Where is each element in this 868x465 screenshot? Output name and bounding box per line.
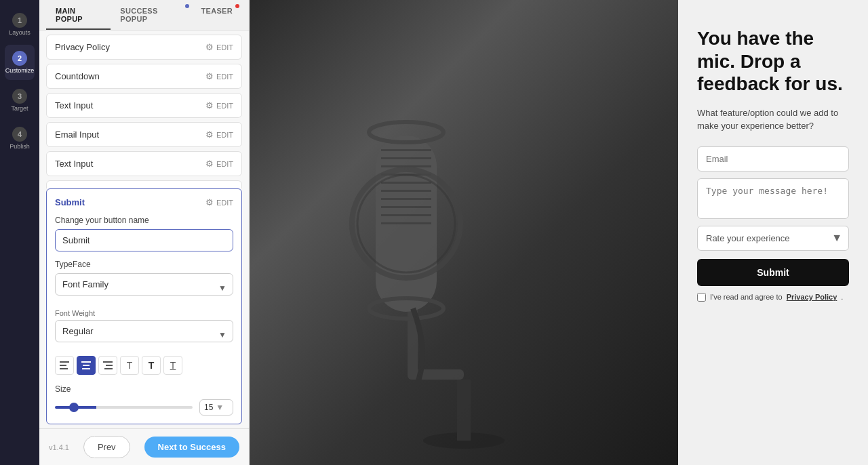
sidebar-nav: 1 Layouts 2 Customize 3 Target 4 Publish xyxy=(0,0,39,465)
version-label: v1.4.1 xyxy=(49,443,69,451)
bold-t-icon: T xyxy=(149,360,155,371)
right-panel: You have the mic. Drop a feedback for us… xyxy=(678,0,868,465)
popup-title: You have the mic. Drop a feedback for us… xyxy=(697,27,849,96)
svg-rect-21 xyxy=(381,206,431,208)
typeface-label: TypeFace xyxy=(55,260,233,269)
element-text-input-2[interactable]: Text Input ⚙ EDIT xyxy=(46,151,242,176)
element-text-input-1[interactable]: Text Input ⚙ EDIT xyxy=(46,93,242,118)
svg-rect-6 xyxy=(103,361,113,363)
bold-text-button[interactable]: T xyxy=(142,356,161,375)
align-left-button[interactable] xyxy=(55,356,74,375)
nav-num-1: 1 xyxy=(12,13,27,28)
sidebar-item-layouts[interactable]: 1 Layouts xyxy=(5,7,35,42)
popup-description: What feature/option could we add to make… xyxy=(697,106,849,133)
font-family-dropdown-wrapper: Font Family ▼ xyxy=(55,273,233,302)
align-center-button[interactable] xyxy=(77,356,96,375)
gear-icon: ⚙ xyxy=(205,42,214,52)
submit-panel-title: Submit xyxy=(55,197,85,207)
edit-text-input-2[interactable]: ⚙ EDIT xyxy=(205,159,233,169)
size-arrow-icon: ▼ xyxy=(216,403,224,412)
sidebar-item-target[interactable]: 3 Target xyxy=(5,83,35,118)
font-weight-label: Font Weight xyxy=(55,309,233,317)
font-weight-select[interactable]: Regular xyxy=(55,320,233,342)
edit-email-input[interactable]: ⚙ EDIT xyxy=(205,129,233,140)
size-section: Size 15 ▼ xyxy=(55,384,233,416)
popup-email-input[interactable] xyxy=(697,146,849,171)
svg-rect-23 xyxy=(381,222,431,224)
sidebar-item-publish[interactable]: 4 Publish xyxy=(5,121,35,156)
button-name-label: Change your button name xyxy=(55,216,233,225)
nav-num-3: 3 xyxy=(12,89,27,104)
gear-icon: ⚙ xyxy=(205,71,214,81)
svg-rect-22 xyxy=(381,214,431,216)
success-dot xyxy=(185,4,189,8)
gear-icon: ⚙ xyxy=(205,129,214,140)
next-button[interactable]: Next to Success xyxy=(144,437,239,458)
nav-label-customize: Customize xyxy=(5,67,35,74)
svg-rect-5 xyxy=(82,368,90,369)
align-right-button[interactable] xyxy=(98,356,117,375)
underline-text-button[interactable]: T xyxy=(163,356,182,375)
nav-label-layouts: Layouts xyxy=(9,29,31,36)
edit-text-input-1[interactable]: ⚙ EDIT xyxy=(205,100,233,110)
size-slider[interactable] xyxy=(55,406,193,409)
svg-rect-8 xyxy=(104,368,113,369)
size-value-wrapper: 15 ▼ xyxy=(199,399,233,416)
popup-rate-select[interactable]: Rate your experience xyxy=(697,226,849,251)
submit-edit-panel: Submit ⚙ EDIT Change your button name Ty… xyxy=(46,188,242,424)
svg-rect-1 xyxy=(60,365,66,366)
tab-main-popup[interactable]: MAIN POPUP xyxy=(46,0,111,30)
size-label: Size xyxy=(55,384,233,394)
edit-countdown[interactable]: ⚙ EDIT xyxy=(205,71,233,81)
bottom-bar: v1.4.1 Prev Next to Success xyxy=(39,428,249,465)
svg-rect-14 xyxy=(381,149,431,151)
svg-rect-20 xyxy=(381,198,431,200)
popup-submit-button[interactable]: Submit xyxy=(697,259,849,286)
popup-select-wrapper: Rate your experience ▼ xyxy=(697,226,849,251)
gear-icon: ⚙ xyxy=(205,100,214,110)
svg-rect-10 xyxy=(457,380,471,441)
teaser-dot xyxy=(235,4,239,8)
microphone-illustration xyxy=(342,0,586,465)
normal-text-button[interactable]: T xyxy=(120,356,139,375)
popup-message-input[interactable] xyxy=(697,178,849,219)
svg-rect-0 xyxy=(60,361,69,363)
font-weight-dropdown-wrapper: Regular ▼ xyxy=(55,320,233,349)
preview-area xyxy=(250,0,678,465)
element-privacy-policy[interactable]: Privacy Policy ⚙ EDIT xyxy=(46,35,242,60)
tab-teaser[interactable]: TEASER xyxy=(192,0,242,30)
privacy-period: . xyxy=(841,293,843,301)
underline-t-icon: T xyxy=(170,360,176,371)
nav-label-publish: Publish xyxy=(9,143,30,150)
nav-label-target: Target xyxy=(11,105,28,112)
svg-rect-4 xyxy=(83,365,90,366)
nav-num-2: 2 xyxy=(12,51,27,66)
size-value: 15 xyxy=(204,403,213,412)
privacy-checkbox[interactable] xyxy=(697,293,706,302)
font-family-select[interactable]: Font Family xyxy=(55,273,233,296)
normal-t-icon: T xyxy=(127,360,133,371)
edit-privacy-policy[interactable]: ⚙ EDIT xyxy=(205,42,233,52)
tabs-bar: MAIN POPUP SUCCESS POPUP TEASER xyxy=(39,0,249,31)
svg-rect-7 xyxy=(106,365,113,366)
privacy-link[interactable]: Privacy Policy xyxy=(787,293,837,301)
submit-panel-edit-btn[interactable]: ⚙ EDIT xyxy=(205,197,233,207)
svg-rect-19 xyxy=(381,190,431,192)
svg-rect-18 xyxy=(381,182,431,184)
svg-rect-15 xyxy=(381,157,431,159)
sidebar-item-customize[interactable]: 2 Customize xyxy=(5,45,35,80)
background-image xyxy=(250,0,678,465)
svg-rect-3 xyxy=(81,361,91,363)
gear-icon: ⚙ xyxy=(205,159,214,169)
tab-success-popup[interactable]: SUCCESS POPUP xyxy=(111,0,191,30)
button-name-input[interactable] xyxy=(55,229,233,251)
element-email-input[interactable]: Email Input ⚙ EDIT xyxy=(46,122,242,147)
element-countdown[interactable]: Countdown ⚙ EDIT xyxy=(46,64,242,89)
size-row: 15 ▼ xyxy=(55,399,233,416)
gear-icon: ⚙ xyxy=(205,197,214,207)
prev-button[interactable]: Prev xyxy=(83,436,130,458)
svg-rect-2 xyxy=(60,368,68,369)
submit-panel-header: Submit ⚙ EDIT xyxy=(55,197,233,207)
element-long-text-input[interactable]: Long Text Input ⚙ EDIT xyxy=(46,180,242,188)
format-buttons: T T T xyxy=(55,356,233,375)
